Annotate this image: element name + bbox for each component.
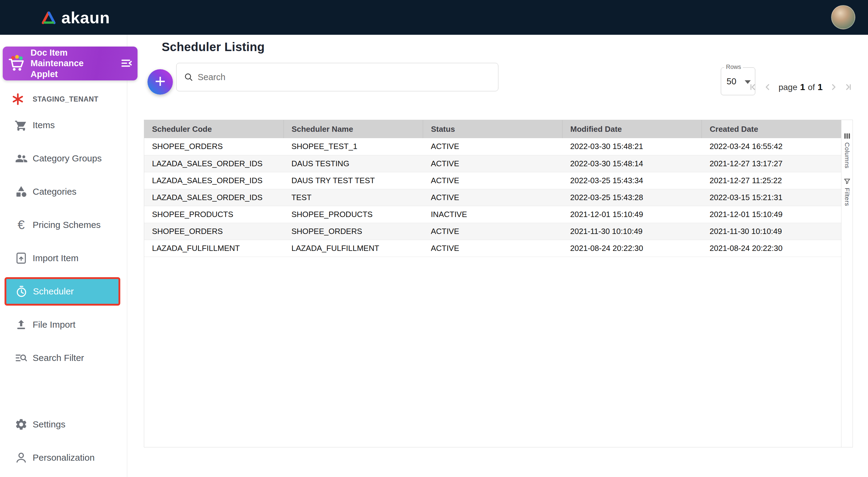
page-title: Scheduler Listing [162,40,265,54]
main-content: Scheduler Listing + Rows 50 page 1 of 1 [127,35,868,477]
last-page-button[interactable] [841,82,855,92]
columns-tab[interactable]: Columns [843,132,851,168]
cell-scheduler-name: SHOPEE_TEST_1 [283,138,423,155]
tenant-name: STAGING_TENANT [33,95,98,103]
table-row[interactable]: LAZADA_SALES_ORDER_IDS DAUS TESTING ACTI… [144,155,841,172]
column-header-modified-date[interactable]: Modified Date [562,120,702,138]
sidebar-item-label: Scheduler [33,286,74,297]
column-header-scheduler-name[interactable]: Scheduler Name [283,120,423,138]
sidebar-collapse-button[interactable] [118,55,135,72]
applet-title: Doc Item Maintenance Applet [31,48,103,80]
cell-status: ACTIVE [423,138,562,155]
cell-created-date: 2021-08-24 20:22:30 [702,240,841,257]
cell-modified-date: 2022-03-25 15:43:28 [562,189,702,206]
sidebar-item-label: Categories [33,186,76,197]
cell-scheduler-name: LAZADA_FULFILLMENT [283,240,423,257]
first-page-button[interactable] [746,82,760,92]
scheduler-table: Scheduler Code Scheduler Name Status Mod… [144,120,841,257]
tenant-logo-icon [11,92,25,106]
page-total: 1 [817,82,823,92]
search-box [176,63,498,91]
sidebar-menu: Items Category Groups Categories € Prici… [0,109,127,375]
rows-value: 50 [726,77,736,86]
sidebar-item-label: Settings [33,419,65,429]
search-input[interactable] [197,66,498,88]
sidebar-item-scheduler[interactable]: Scheduler [4,277,120,306]
sidebar-item-label: Import Item [33,253,79,263]
table-header-row: Scheduler Code Scheduler Name Status Mod… [144,120,841,138]
cell-modified-date: 2021-11-30 10:10:49 [562,223,702,240]
cell-status: ACTIVE [423,189,562,206]
cell-modified-date: 2022-03-25 15:43:34 [562,172,702,189]
page-indicator: page 1 of 1 [779,82,823,92]
user-avatar[interactable] [831,5,855,29]
cell-scheduler-name: TEST [283,189,423,206]
upload-icon [14,318,28,331]
cell-created-date: 2021-12-27 13:17:27 [702,155,841,172]
cell-created-date: 2022-03-15 15:21:31 [702,189,841,206]
app-logo-text: akaun [61,8,110,27]
sidebar-item-settings[interactable]: Settings [0,408,127,441]
of-word: of [808,83,815,92]
table-row[interactable]: SHOPEE_PRODUCTS SHOPEE_PRODUCTS INACTIVE… [144,206,841,223]
sidebar: Doc Item Maintenance Applet STAGING_TENA… [0,35,127,477]
import-file-icon [14,251,28,265]
sidebar-item-file-import[interactable]: File Import [0,308,127,341]
table-body: SHOPEE_ORDERS SHOPEE_TEST_1 ACTIVE 2022-… [144,138,841,257]
cell-modified-date: 2021-08-24 20:22:30 [562,240,702,257]
applet-cart-icon [7,54,26,73]
cell-modified-date: 2022-03-30 15:48:14 [562,155,702,172]
table-row[interactable]: SHOPEE_ORDERS SHOPEE_TEST_1 ACTIVE 2022-… [144,138,841,155]
person-icon [14,451,28,464]
sidebar-item-label: Items [33,120,55,130]
app-header: akaun [0,0,868,35]
sidebar-item-label: Personalization [33,452,95,463]
cell-scheduler-code: SHOPEE_PRODUCTS [144,206,283,223]
table-row[interactable]: LAZADA_SALES_ORDER_IDS TEST ACTIVE 2022-… [144,189,841,206]
table-side-tabs: Columns Filters [841,120,852,447]
gear-icon [14,418,28,431]
applet-banner: Doc Item Maintenance Applet [3,47,137,81]
prev-page-button[interactable] [761,82,774,92]
search-icon [184,72,193,82]
cell-created-date: 2021-12-01 15:10:49 [702,206,841,223]
sidebar-item-items[interactable]: Items [0,109,127,142]
filter-icon [843,177,851,185]
column-header-status[interactable]: Status [423,120,562,138]
sidebar-item-pricing-schemes[interactable]: € Pricing Schemes [0,208,127,241]
cell-scheduler-name: SHOPEE_PRODUCTS [283,206,423,223]
cell-scheduler-code: SHOPEE_ORDERS [144,223,283,240]
column-header-created-date[interactable]: Created Date [702,120,841,138]
cell-status: ACTIVE [423,155,562,172]
sidebar-item-label: Category Groups [33,153,101,163]
table-row[interactable]: SHOPEE_ORDERS SHOPEE_ORDERS ACTIVE 2021-… [144,223,841,240]
menu-collapse-icon [120,66,133,71]
sidebar-item-label: Search Filter [33,353,84,363]
sidebar-item-categories[interactable]: Categories [0,175,127,208]
cell-modified-date: 2022-03-30 15:48:21 [562,138,702,155]
cell-scheduler-name: SHOPEE_ORDERS [283,223,423,240]
column-header-scheduler-code[interactable]: Scheduler Code [144,120,283,138]
tenant-row: STAGING_TENANT [0,91,127,108]
search-filter-icon [14,351,28,364]
filters-tab[interactable]: Filters [843,177,851,206]
page-current: 1 [800,82,805,92]
columns-icon [843,132,851,140]
next-page-button[interactable] [827,82,840,92]
cell-scheduler-code: LAZADA_SALES_ORDER_IDS [144,172,283,189]
cart-icon [14,119,28,132]
sidebar-item-personalization[interactable]: Personalization [0,441,127,474]
cell-status: ACTIVE [423,240,562,257]
cell-scheduler-name: DAUS TESTING [283,155,423,172]
sidebar-item-category-groups[interactable]: Category Groups [0,142,127,175]
category-icon [14,185,28,198]
cell-status: ACTIVE [423,172,562,189]
sidebar-item-import-item[interactable]: Import Item [0,241,127,275]
cell-created-date: 2021-12-27 11:25:22 [702,172,841,189]
add-scheduler-button[interactable]: + [148,69,173,95]
plus-icon: + [155,72,166,90]
cell-scheduler-code: SHOPEE_ORDERS [144,138,283,155]
table-row[interactable]: LAZADA_FULFILLMENT LAZADA_FULFILLMENT AC… [144,240,841,257]
table-row[interactable]: LAZADA_SALES_ORDER_IDS DAUS TRY TEST TES… [144,172,841,189]
sidebar-item-search-filter[interactable]: Search Filter [0,341,127,375]
